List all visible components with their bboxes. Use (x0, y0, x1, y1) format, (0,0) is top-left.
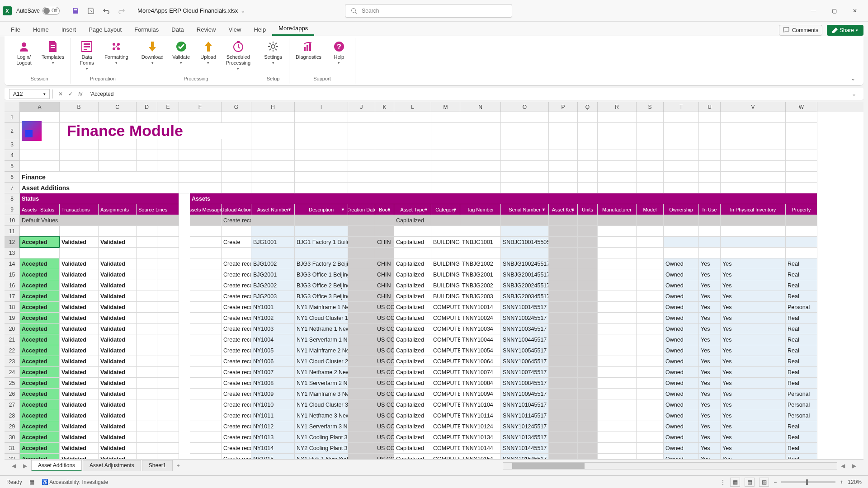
status-transactions[interactable]: Validated (60, 269, 99, 280)
scroll-left-button[interactable]: ◀ (837, 463, 849, 469)
data-cell[interactable]: Yes (721, 302, 786, 313)
cell[interactable] (190, 334, 222, 345)
cell[interactable] (721, 161, 786, 172)
data-cell[interactable]: Create record (222, 432, 251, 443)
cell[interactable] (431, 150, 460, 161)
row-header-2[interactable]: 2 (5, 123, 20, 139)
subhead-asset-type[interactable]: Asset Type (394, 204, 431, 215)
data-cell[interactable]: Owned (664, 367, 699, 378)
data-cell[interactable]: NY1 Netframe 2 New York (295, 367, 348, 378)
data-cell[interactable]: Yes (721, 291, 786, 302)
cell[interactable] (578, 248, 598, 258)
data-cell[interactable]: Create record (222, 399, 251, 410)
cell[interactable] (699, 150, 721, 161)
cell[interactable] (251, 172, 295, 183)
minimize-button[interactable]: — (803, 4, 824, 18)
cell[interactable] (549, 139, 578, 150)
data-cell[interactable]: NY1 Mainframe 3 New York (295, 389, 348, 399)
data-cell[interactable]: Owned (664, 280, 699, 291)
data-cell[interactable] (348, 334, 375, 345)
data-cell[interactable]: NY1007 (251, 367, 295, 378)
separator[interactable] (179, 237, 190, 248)
separator[interactable] (179, 356, 190, 367)
cell[interactable] (431, 248, 460, 258)
cell[interactable] (786, 183, 817, 193)
cell[interactable] (549, 183, 578, 193)
cell[interactable] (157, 226, 179, 237)
save-icon[interactable] (71, 7, 80, 15)
cell[interactable] (637, 123, 664, 139)
status-assignments[interactable]: Validated (99, 258, 137, 269)
data-cell[interactable]: SNBJG200145517 (501, 269, 549, 280)
row-header-7[interactable]: 7 (5, 183, 20, 193)
maximize-button[interactable]: ▢ (824, 4, 844, 18)
data-cell[interactable]: BJG1001 (251, 237, 295, 248)
data-cell[interactable] (598, 378, 637, 389)
data-cell[interactable]: US CO (375, 334, 394, 345)
column-header-S[interactable]: S (637, 102, 664, 112)
cell[interactable] (501, 183, 549, 193)
cell[interactable] (60, 112, 99, 123)
zoom-in-button[interactable]: + (840, 479, 843, 485)
data-cell[interactable]: TNBJG2001 (460, 269, 501, 280)
cell[interactable] (549, 150, 578, 161)
cell[interactable] (20, 226, 60, 237)
data-cell[interactable]: Owned (664, 324, 699, 334)
cell[interactable] (222, 139, 251, 150)
data-cell[interactable]: TNNY10124 (460, 421, 501, 432)
separator[interactable] (179, 378, 190, 389)
status-assets[interactable]: Accepted (20, 334, 60, 345)
data-cell[interactable]: Real (786, 432, 817, 443)
data-cell[interactable]: Real (786, 334, 817, 345)
status-transactions[interactable]: Validated (60, 280, 99, 291)
data-cell[interactable]: Yes (699, 269, 721, 280)
data-cell[interactable]: Owned (664, 421, 699, 432)
data-cell[interactable]: SNNY100645517 (501, 356, 549, 367)
data-cell[interactable] (549, 291, 578, 302)
cell[interactable] (179, 112, 222, 123)
cell[interactable] (549, 248, 578, 258)
cell[interactable] (721, 112, 786, 123)
data-cell[interactable]: SNNY101345517 (501, 432, 549, 443)
column-header-Q[interactable]: Q (578, 102, 598, 112)
cell[interactable] (578, 150, 598, 161)
cell[interactable] (99, 161, 137, 172)
data-cell[interactable]: Yes (699, 324, 721, 334)
cells-area[interactable]: Finance ModuleFinanceAsset AdditionsStat… (20, 112, 863, 470)
cell[interactable] (598, 112, 637, 123)
data-cell[interactable]: Real (786, 269, 817, 280)
data-cell[interactable]: TNNY10024 (460, 313, 501, 324)
data-cell[interactable]: CHIN (375, 291, 394, 302)
data-cell[interactable]: Capitalized (394, 237, 431, 248)
data-cell[interactable]: Yes (699, 334, 721, 345)
cell[interactable] (137, 334, 157, 345)
status-transactions[interactable]: Validated (60, 237, 99, 248)
data-cell[interactable] (549, 432, 578, 443)
data-cell[interactable]: SNNY101245517 (501, 421, 549, 432)
data-cell[interactable] (598, 280, 637, 291)
comments-button[interactable]: Comments (779, 25, 822, 36)
data-cell[interactable]: Owned (664, 258, 699, 269)
data-cell[interactable]: TNNY10074 (460, 367, 501, 378)
subhead-model[interactable]: Model (637, 204, 664, 215)
data-cell[interactable]: NY1 Netframe 1 New York (295, 324, 348, 334)
data-cell[interactable] (664, 237, 699, 248)
cell[interactable] (549, 226, 578, 237)
row-header-19[interactable]: 19 (5, 313, 20, 324)
cell[interactable] (60, 226, 99, 237)
cell[interactable] (699, 161, 721, 172)
data-cell[interactable]: COMPUTE (431, 345, 460, 356)
data-cell[interactable] (348, 443, 375, 454)
status-transactions[interactable]: Validated (60, 421, 99, 432)
separator[interactable] (179, 302, 190, 313)
data-cell[interactable]: SNNY100545517 (501, 345, 549, 356)
data-cell[interactable]: TNNY10054 (460, 345, 501, 356)
data-cell[interactable]: SNBJG200245517 (501, 280, 549, 291)
status-assignments[interactable]: Validated (99, 280, 137, 291)
data-cell[interactable]: Capitalized (394, 269, 431, 280)
data-cell[interactable]: NY1003 (251, 324, 295, 334)
ribbon-diagnostics-button[interactable]: Diagnostics (292, 39, 325, 67)
data-cell[interactable] (348, 399, 375, 410)
status-assets[interactable]: Accepted (20, 378, 60, 389)
data-cell[interactable]: NY1 Mainframe 1 New York (295, 302, 348, 313)
